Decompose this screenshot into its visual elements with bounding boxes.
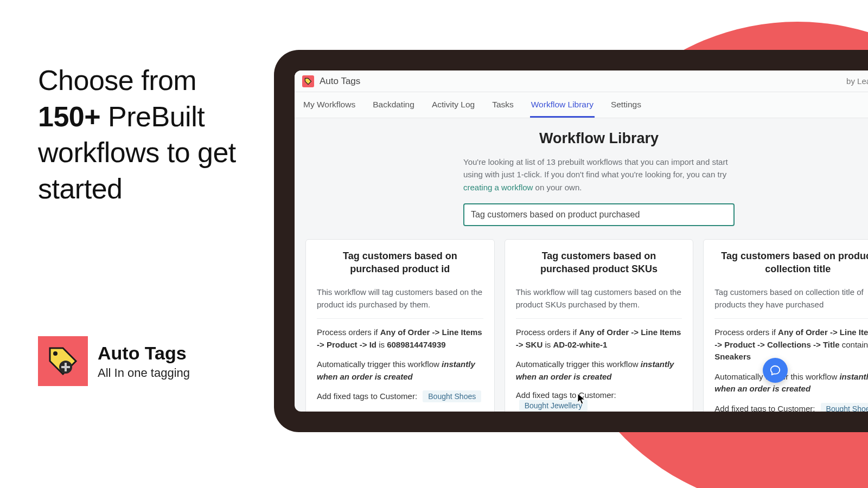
brand-name: Auto Tags [98,343,190,364]
card-rule: Process orders if Any of Order -> Line I… [516,326,682,351]
tag-chip: Bought Shoes [821,403,868,412]
brand-logo-icon [38,336,88,386]
chat-icon [769,364,781,376]
card-title: Tag customers based on product collectio… [714,249,868,276]
card-title: Tag customers based on purchased product… [317,249,483,276]
page-title: Workflow Library [302,130,868,147]
card-title: Tag customers based on purchased product… [516,249,682,276]
card-trigger: Automatically trigger this workflow inst… [714,371,868,395]
card-description: This workflow will tag customers based o… [516,286,682,319]
workflow-cards: Tag customers based on purchased product… [302,239,868,412]
card-description: Tag customers based on collection title … [714,286,868,319]
card-tags: Add fixed tags to Customer: Bought Shoes [317,390,483,402]
card-rule: Process orders if Any of Order -> Line I… [317,326,483,351]
tab-settings[interactable]: Settings [610,92,642,118]
appbar: Auto Tags by Leap Apps [295,70,868,92]
svg-rect-4 [61,366,70,368]
app-byline: by Leap Apps [846,76,868,86]
tab-workflow-library[interactable]: Workflow Library [530,92,595,118]
app-logo-icon [302,75,314,87]
workflow-card: Tag customers based on purchased product… [505,239,694,412]
svg-point-1 [53,351,58,356]
workflow-card: Tag customers based on purchased product… [305,239,495,412]
app-title: Auto Tags [320,76,360,87]
card-rule: Process orders if Any of Order -> Line I… [714,326,868,363]
tabs: My Workflows Backdating Activity Log Tas… [295,92,868,118]
page-description: You're looking at list of 13 prebuilt wo… [463,156,735,194]
brand-tagline: All In one tagging [98,366,190,380]
tag-chip: Bought Jewellery [519,400,588,412]
workflow-card: Tag customers based on product collectio… [703,239,868,412]
marketing-headline: Choose from 150+ PreBuilt workflows to g… [38,62,250,207]
tab-my-workflows[interactable]: My Workflows [302,92,356,118]
card-description: This workflow will tag customers based o… [317,286,483,319]
tab-activity-log[interactable]: Activity Log [431,92,476,118]
tag-chip: Bought Shoes [423,390,481,402]
tab-backdating[interactable]: Backdating [372,92,416,118]
card-trigger: Automatically trigger this workflow inst… [317,358,483,383]
card-tags: Add fixed tags to Customer: Bought Jewel… [516,390,682,412]
tab-tasks[interactable]: Tasks [491,92,515,118]
search-input[interactable] [463,203,735,226]
card-tags: Add fixed tags to Customer: Bought Shoes [714,403,868,412]
create-workflow-link[interactable]: creating a workflow [463,183,533,192]
svg-marker-5 [305,78,311,84]
chat-button[interactable] [763,358,788,383]
brand-block: Auto Tags All In one tagging [38,336,190,386]
card-trigger: Automatically trigger this workflow inst… [516,358,682,383]
